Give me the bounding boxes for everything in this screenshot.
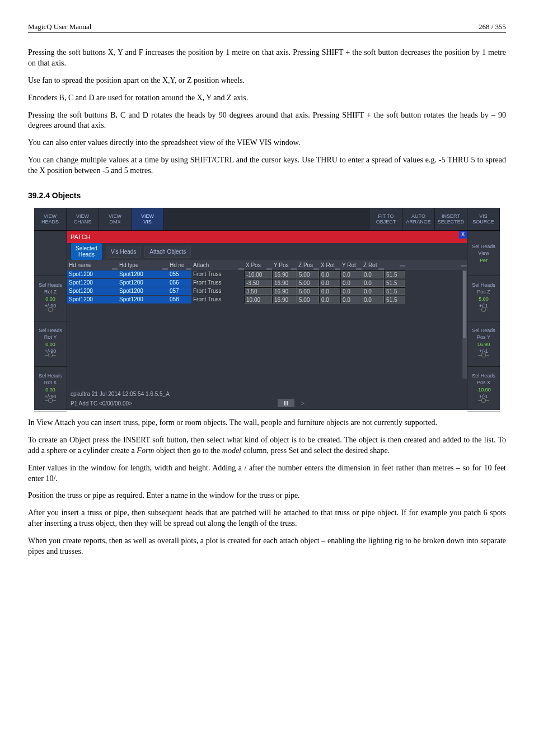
enc-pos-x[interactable]: Sel Heads Pos X -10.00 +/-1	[467, 367, 500, 412]
enc-blank-top-left	[34, 231, 67, 276]
col-ypos: Y Pos	[272, 262, 297, 268]
view-tabs: Selected Heads Vis Heads Attach Objects	[67, 243, 467, 260]
col-yrot: Y Rot	[340, 262, 362, 268]
para-5: You can also enter values directly into …	[28, 138, 506, 148]
col-attach: Attach	[191, 262, 244, 268]
col-hdtype: Hd type	[118, 262, 168, 268]
enc-rot-y[interactable]: Sel Heads Rot Y 0.00 +/-90	[34, 321, 67, 367]
enc-rot-z[interactable]: Sel Heads Rot Z 0.00 +/-90	[34, 276, 67, 321]
grid-header: Hd name Hd type Hd no Attach X Pos Y Pos…	[67, 260, 467, 270]
top-softbutton-bar: VIEW HEADS VIEW CHANS VIEW DMX VIEW VIS …	[34, 208, 500, 231]
btn-auto-arrange[interactable]: AUTO ARRANGE	[402, 208, 435, 230]
chip-selected-heads[interactable]: Selected Heads	[71, 242, 102, 260]
para-d: Position the truss or pipe as required. …	[28, 491, 506, 501]
para-2: Use fan to spread the position apart on …	[28, 76, 506, 86]
btn-fit-to-object[interactable]: FIT TO OBJECT	[370, 208, 402, 230]
close-icon[interactable]: X	[459, 231, 467, 239]
col-hdname: Hd name	[67, 262, 118, 268]
screenshot-view-vis: VIEW HEADS VIEW CHANS VIEW DMX VIEW VIS …	[34, 208, 500, 410]
encoder-icon	[45, 355, 56, 360]
col-xrot: X Rot	[319, 262, 340, 268]
btn-vis-source[interactable]: VIS SOURCE	[467, 208, 500, 230]
col-xpos: X Pos	[244, 262, 272, 268]
para-b: To create an Object press the INSERT sof…	[28, 435, 506, 456]
header-right: 268 / 355	[479, 22, 506, 31]
table-row[interactable]: Spot1200Spot1200058Front Truss10.0016.90…	[67, 295, 467, 304]
btn-view-dmx[interactable]: VIEW DMX	[99, 208, 132, 230]
col-hdno: Hd no	[168, 262, 191, 268]
prompt-sep: >	[301, 400, 305, 407]
table-row[interactable]: Spot1200Spot1200056Front Truss-3.5016.90…	[67, 278, 467, 287]
btn-view-heads[interactable]: VIEW HEADS	[34, 208, 67, 230]
grid-body[interactable]: Spot1200Spot1200055Front Truss-10.0016.9…	[67, 270, 467, 389]
chip-vis-heads[interactable]: Vis Heads	[106, 246, 141, 258]
para-f: When you create reports, then as well as…	[28, 536, 506, 557]
btn-spacer	[164, 208, 370, 230]
chip-attach-objects[interactable]: Attach Objects	[144, 246, 191, 258]
table-row[interactable]: Spot1200Spot1200057Front Truss3.5016.905…	[67, 287, 467, 295]
btn-insert-selected[interactable]: INSERT SELECTED	[435, 208, 467, 230]
window-title-bar: PATCH X	[67, 231, 467, 243]
table-row[interactable]: Spot1200Spot1200055Front Truss-10.0016.9…	[67, 270, 467, 278]
para-6: You can change multiple values at a time…	[28, 155, 506, 176]
main-grid-area: PATCH X Selected Heads Vis Heads Attach …	[67, 231, 467, 410]
command-line[interactable]: P1 Add TC <0/00/00.00>	[71, 400, 132, 407]
col-zpos: Z Pos	[297, 262, 319, 268]
btn-view-chans[interactable]: VIEW CHANS	[67, 208, 99, 230]
encoder-icon	[478, 310, 489, 315]
para-1: Pressing the soft buttons X, Y and F inc…	[28, 48, 506, 69]
para-4: Pressing the soft buttons B, C and D rot…	[28, 110, 506, 132]
header-left: MagicQ User Manual	[28, 22, 91, 31]
para-c: Enter values in the window for length, w…	[28, 463, 506, 484]
enc-pos-y[interactable]: Sel Heads Pos Y 16.90 +/-1	[467, 321, 500, 367]
para-a: In View Attach you can insert truss, pip…	[28, 418, 506, 428]
status-text: cpkultra 21 Jul 2014 12:05:54 1.6.5.5_A	[71, 391, 170, 397]
encoder-icon	[45, 400, 56, 405]
left-encoder-column: Sel Heads Rot Z 0.00 +/-90 Sel Heads Rot…	[34, 231, 67, 410]
enc-pos-z[interactable]: Sel Heads Pos Z 5.00 +/-1	[467, 276, 500, 321]
right-encoder-column: Sel Heads View Per Sel Heads Pos Z 5.00 …	[467, 231, 500, 410]
encoder-icon	[478, 400, 489, 405]
para-3: Encoders B, C and D are used for rotatio…	[28, 93, 506, 104]
enc-rot-x[interactable]: Sel Heads Rot X 0.00 +/-90	[34, 367, 67, 412]
pause-icon[interactable]	[278, 399, 294, 407]
btn-view-vis[interactable]: VIEW VIS	[132, 208, 164, 230]
encoder-icon	[478, 355, 489, 360]
encoder-icon	[45, 310, 56, 315]
scrollbar-vertical[interactable]	[462, 270, 467, 379]
para-e: After you insert a truss or pipe, then s…	[28, 508, 506, 529]
col-zrot: Z Rot	[362, 262, 384, 268]
enc-view[interactable]: Sel Heads View Per	[467, 231, 500, 276]
window-title: PATCH	[71, 234, 91, 240]
section-title: 39.2.4 Objects	[28, 191, 506, 200]
